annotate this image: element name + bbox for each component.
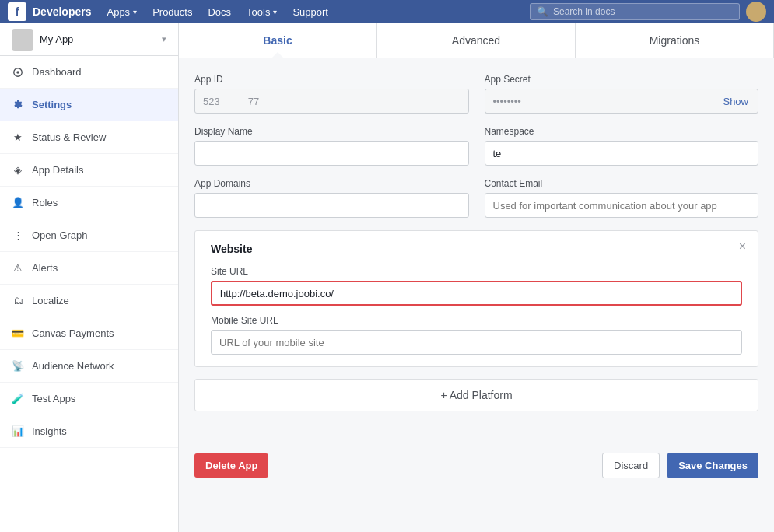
app-name: My App — [40, 33, 73, 45]
form-row-app-credentials: App ID App Secret Show — [194, 74, 758, 114]
nav-support[interactable]: Support — [285, 0, 336, 23]
sidebar-item-label: Localize — [32, 295, 69, 306]
app-icon — [12, 29, 33, 51]
sidebar-item-label: Insights — [32, 425, 67, 437]
sidebar-item-label: Roles — [32, 197, 58, 208]
sidebar-item-label: Alerts — [32, 262, 58, 274]
settings-form: App ID App Secret Show Display Name — [179, 58, 774, 443]
mobile-site-url-label: Mobile Site URL — [211, 315, 742, 326]
bottom-actions-bar: Delete App Discard Save Changes — [179, 443, 774, 488]
search-icon: 🔍 — [537, 6, 548, 17]
sidebar-item-alerts[interactable]: ⚠ Alerts — [0, 252, 178, 285]
box-icon: ◈ — [12, 164, 24, 177]
app-secret-with-show: Show — [485, 89, 759, 114]
form-row-domains-email: App Domains Contact Email — [194, 178, 758, 218]
app-selector[interactable]: My App — [12, 29, 73, 51]
avatar[interactable] — [746, 2, 766, 22]
dashboard-icon — [12, 66, 24, 79]
right-actions: Discard Save Changes — [602, 453, 758, 478]
sidebar-item-label: Dashboard — [32, 66, 82, 78]
localize-icon: 🗂 — [12, 295, 24, 307]
site-url-group: Site URL — [211, 266, 742, 306]
sidebar-item-open-graph[interactable]: ⋮ Open Graph — [0, 219, 178, 252]
site-url-label: Site URL — [211, 266, 742, 277]
svg-point-1 — [16, 71, 19, 74]
namespace-group: Namespace — [485, 126, 759, 166]
insights-icon: 📊 — [12, 425, 24, 438]
mobile-site-url-input[interactable] — [211, 330, 742, 355]
nav-tools[interactable]: Tools ▾ — [239, 0, 285, 23]
display-name-input[interactable] — [194, 141, 469, 166]
payments-icon: 💳 — [12, 327, 24, 340]
sidebar-item-label: Status & Review — [32, 131, 106, 143]
star-icon: ★ — [12, 131, 24, 144]
nav-brand: Developers — [33, 0, 99, 23]
app-selector-caret-icon: ▾ — [162, 34, 166, 44]
contact-email-input[interactable] — [485, 193, 759, 218]
show-secret-button[interactable]: Show — [713, 89, 758, 114]
display-name-group: Display Name — [194, 126, 469, 166]
sidebar-item-label: Open Graph — [32, 229, 88, 241]
tab-basic[interactable]: Basic — [179, 23, 377, 58]
top-navigation: f Developers Apps ▾ Products Docs Tools … — [0, 0, 774, 23]
tools-caret-icon: ▾ — [273, 8, 277, 16]
site-url-input[interactable] — [211, 281, 742, 306]
testapps-icon: 🧪 — [12, 393, 24, 405]
sidebar-item-settings[interactable]: Settings — [0, 89, 178, 121]
app-secret-input[interactable] — [485, 89, 713, 114]
settings-tabs: Basic Advanced Migrations — [179, 23, 774, 58]
app-id-group: App ID — [194, 74, 469, 114]
app-domains-label: App Domains — [194, 178, 469, 189]
sidebar-item-roles[interactable]: 👤 Roles — [0, 187, 178, 219]
nav-apps[interactable]: Apps ▾ — [99, 0, 145, 23]
person-icon: 👤 — [12, 197, 24, 209]
settings-icon — [12, 99, 24, 111]
website-section-close-icon[interactable]: × — [739, 240, 746, 253]
sidebar: My App ▾ Dashboard Settings ★ Status & R… — [0, 23, 179, 532]
sidebar-item-label: Audience Network — [32, 360, 114, 372]
nav-products[interactable]: Products — [145, 0, 200, 23]
sidebar-item-status-review[interactable]: ★ Status & Review — [0, 121, 178, 154]
search-box[interactable]: 🔍 Search in docs — [530, 3, 740, 20]
search-area: 🔍 Search in docs — [530, 2, 766, 22]
graph-icon: ⋮ — [12, 229, 24, 242]
display-name-label: Display Name — [194, 126, 469, 137]
sidebar-item-insights[interactable]: 📊 Insights — [0, 415, 178, 448]
app-id-input[interactable] — [194, 89, 469, 114]
sidebar-item-label: Test Apps — [32, 393, 75, 404]
add-platform-button[interactable]: + Add Platform — [194, 379, 758, 411]
sidebar-item-label: Settings — [32, 99, 72, 110]
namespace-input[interactable] — [485, 141, 759, 166]
delete-app-button[interactable]: Delete App — [194, 453, 268, 478]
contact-email-label: Contact Email — [485, 178, 759, 189]
app-secret-group: App Secret Show — [485, 74, 759, 114]
website-platform-section: Website × Site URL Mobile Site URL — [194, 230, 758, 367]
nav-docs[interactable]: Docs — [200, 0, 239, 23]
mobile-site-url-group: Mobile Site URL — [211, 315, 742, 355]
app-id-label: App ID — [194, 74, 469, 85]
facebook-logo: f — [8, 2, 26, 21]
network-icon: 📡 — [12, 360, 24, 373]
website-section-title: Website — [211, 243, 742, 255]
sidebar-item-test-apps[interactable]: 🧪 Test Apps — [0, 383, 178, 415]
sidebar-item-dashboard[interactable]: Dashboard — [0, 56, 178, 89]
namespace-label: Namespace — [485, 126, 759, 137]
sidebar-item-label: Canvas Payments — [32, 327, 114, 339]
sidebar-header: My App ▾ — [0, 23, 178, 56]
tab-migrations[interactable]: Migrations — [576, 23, 774, 58]
app-domains-input[interactable] — [194, 193, 469, 218]
sidebar-item-localize[interactable]: 🗂 Localize — [0, 285, 178, 317]
app-secret-label: App Secret — [485, 74, 759, 85]
apps-caret-icon: ▾ — [133, 8, 137, 16]
tab-advanced[interactable]: Advanced — [377, 23, 576, 58]
save-changes-button[interactable]: Save Changes — [667, 453, 758, 478]
app-domains-group: App Domains — [194, 178, 469, 218]
main-layout: My App ▾ Dashboard Settings ★ Status & R… — [0, 23, 774, 532]
sidebar-item-app-details[interactable]: ◈ App Details — [0, 154, 178, 187]
sidebar-item-audience-network[interactable]: 📡 Audience Network — [0, 350, 178, 383]
discard-button[interactable]: Discard — [602, 453, 660, 478]
content-area: Basic Advanced Migrations App ID App Sec… — [179, 23, 774, 532]
sidebar-item-canvas-payments[interactable]: 💳 Canvas Payments — [0, 317, 178, 350]
alert-icon: ⚠ — [12, 262, 24, 275]
contact-email-group: Contact Email — [485, 178, 759, 218]
